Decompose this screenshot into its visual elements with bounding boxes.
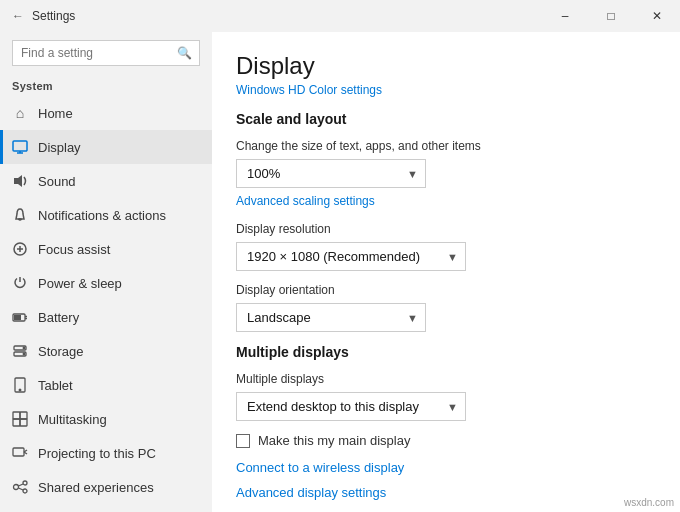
sidebar-search-wrapper: 🔍 xyxy=(12,40,200,66)
scale-layout-title: Scale and layout xyxy=(236,111,656,127)
svg-line-29 xyxy=(19,488,24,490)
power-icon xyxy=(12,275,28,291)
resolution-label: Display resolution xyxy=(236,222,656,236)
titlebar-controls: – □ ✕ xyxy=(542,0,680,32)
system-label: System xyxy=(0,70,212,96)
divider1 xyxy=(236,275,656,283)
sidebar-item-display-label: Display xyxy=(38,140,81,155)
svg-rect-20 xyxy=(13,419,20,426)
svg-point-26 xyxy=(23,481,27,485)
resolution-dropdown[interactable]: 1920 × 1080 (Recommended) 1280 × 720 102… xyxy=(236,242,466,271)
sidebar-item-shared[interactable]: Shared experiences xyxy=(0,470,212,504)
svg-point-25 xyxy=(14,485,19,490)
advanced-scaling-link[interactable]: Advanced scaling settings xyxy=(236,194,656,208)
multiple-displays-label: Multiple displays xyxy=(236,372,656,386)
svg-point-17 xyxy=(19,389,21,391)
maximize-button[interactable]: □ xyxy=(588,0,634,32)
search-icon: 🔍 xyxy=(177,46,192,60)
sidebar-item-projecting-label: Projecting to this PC xyxy=(38,446,156,461)
watermark: wsxdn.com xyxy=(624,497,674,508)
minimize-button[interactable]: – xyxy=(542,0,588,32)
sidebar-item-focus[interactable]: Focus assist xyxy=(0,232,212,266)
main-display-row: Make this my main display xyxy=(236,433,656,448)
display-icon xyxy=(12,139,28,155)
sidebar-item-notifications-label: Notifications & actions xyxy=(38,208,166,223)
sidebar-item-shared-label: Shared experiences xyxy=(38,480,154,495)
sidebar-item-storage[interactable]: Storage xyxy=(0,334,212,368)
projecting-icon xyxy=(12,445,28,461)
sidebar-item-multitasking-label: Multitasking xyxy=(38,412,107,427)
svg-rect-18 xyxy=(13,412,20,419)
search-input[interactable] xyxy=(12,40,200,66)
hdr-link[interactable]: Windows HD Color settings xyxy=(236,83,382,97)
main-layout: 🔍 System ⌂ Home Display xyxy=(0,32,680,512)
sidebar-item-sound-label: Sound xyxy=(38,174,76,189)
orientation-dropdown[interactable]: Landscape Portrait Landscape (flipped) P… xyxy=(236,303,426,332)
svg-rect-21 xyxy=(20,419,27,426)
svg-rect-0 xyxy=(13,141,27,151)
sidebar-item-display[interactable]: Display xyxy=(0,130,212,164)
sidebar-item-home-label: Home xyxy=(38,106,73,121)
main-display-label: Make this my main display xyxy=(258,433,410,448)
svg-point-14 xyxy=(23,347,25,349)
sidebar: 🔍 System ⌂ Home Display xyxy=(0,32,212,512)
sidebar-item-battery[interactable]: Battery xyxy=(0,300,212,334)
scale-dropdown[interactable]: 100% 125% 150% 175% xyxy=(236,159,426,188)
resolution-dropdown-wrapper: 1920 × 1080 (Recommended) 1280 × 720 102… xyxy=(236,242,466,271)
page-title: Display xyxy=(236,52,656,80)
advanced-display-link[interactable]: Advanced display settings xyxy=(236,485,656,500)
multiple-displays-title: Multiple displays xyxy=(236,344,656,360)
storage-icon xyxy=(12,343,28,359)
sidebar-item-power[interactable]: Power & sleep xyxy=(0,266,212,300)
multiple-displays-dropdown-wrapper: Duplicate these displays Extend desktop … xyxy=(236,392,466,421)
shared-icon xyxy=(12,479,28,495)
multitasking-icon xyxy=(12,411,28,427)
svg-point-27 xyxy=(23,489,27,493)
scale-dropdown-wrapper: 100% 125% 150% 175% ▼ xyxy=(236,159,426,188)
sidebar-item-sound[interactable]: Sound xyxy=(0,164,212,198)
sidebar-item-tablet-label: Tablet xyxy=(38,378,73,393)
svg-point-15 xyxy=(23,353,25,355)
app-container: ← Settings – □ ✕ 🔍 System ⌂ Home xyxy=(0,0,680,512)
sidebar-item-multitasking[interactable]: Multitasking xyxy=(0,402,212,436)
scale-label: Change the size of text, apps, and other… xyxy=(236,139,656,153)
close-button[interactable]: ✕ xyxy=(634,0,680,32)
sidebar-item-tablet[interactable]: Tablet xyxy=(0,368,212,402)
sidebar-item-notifications[interactable]: Notifications & actions xyxy=(0,198,212,232)
sidebar-item-power-label: Power & sleep xyxy=(38,276,122,291)
titlebar-title: Settings xyxy=(32,9,75,23)
sidebar-item-clipboard[interactable]: Clipboard xyxy=(0,504,212,512)
sidebar-item-home[interactable]: ⌂ Home xyxy=(0,96,212,130)
svg-rect-19 xyxy=(20,412,27,419)
battery-icon xyxy=(12,309,28,325)
svg-rect-22 xyxy=(13,448,24,456)
svg-line-28 xyxy=(19,484,24,486)
notifications-icon xyxy=(12,207,28,223)
multiple-displays-dropdown[interactable]: Duplicate these displays Extend desktop … xyxy=(236,392,466,421)
focus-icon xyxy=(12,241,28,257)
home-icon: ⌂ xyxy=(12,105,28,121)
sidebar-item-storage-label: Storage xyxy=(38,344,84,359)
divider2 xyxy=(236,336,656,344)
sidebar-item-projecting[interactable]: Projecting to this PC xyxy=(0,436,212,470)
svg-marker-3 xyxy=(14,175,22,187)
connect-wireless-link[interactable]: Connect to a wireless display xyxy=(236,460,656,475)
tablet-icon xyxy=(12,377,28,393)
back-button[interactable]: ← xyxy=(12,9,24,23)
titlebar: ← Settings – □ ✕ xyxy=(0,0,680,32)
orientation-label: Display orientation xyxy=(236,283,656,297)
content-area: Display Windows HD Color settings Scale … xyxy=(212,32,680,512)
sound-icon xyxy=(12,173,28,189)
sidebar-item-focus-label: Focus assist xyxy=(38,242,110,257)
sidebar-item-battery-label: Battery xyxy=(38,310,79,325)
orientation-dropdown-wrapper: Landscape Portrait Landscape (flipped) P… xyxy=(236,303,426,332)
svg-rect-11 xyxy=(14,315,21,320)
main-display-checkbox[interactable] xyxy=(236,434,250,448)
